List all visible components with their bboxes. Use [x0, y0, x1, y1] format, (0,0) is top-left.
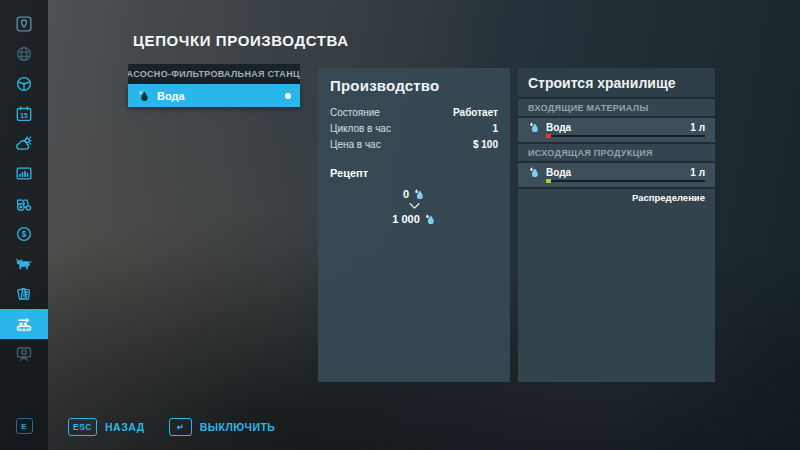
sidebar: 15 $ [0, 0, 48, 450]
sidebar-item-statistics[interactable] [0, 159, 48, 189]
key-hint-e: E [16, 418, 33, 434]
chevron-down-icon [408, 202, 421, 211]
svg-text:15: 15 [20, 112, 28, 119]
contracts-icon [14, 284, 34, 304]
incoming-row-water[interactable]: Вода 1 л [518, 118, 715, 142]
material-amount: 1 л [690, 122, 705, 133]
sidebar-item-contracts[interactable] [0, 279, 48, 309]
selected-dot [285, 93, 291, 99]
back-button[interactable]: ESC НАЗАД [68, 418, 145, 436]
stat-label: Цена в час [330, 139, 381, 150]
statistics-icon [14, 164, 34, 184]
recipe-output: 1 000 [392, 213, 436, 225]
power-off-label: ВЫКЛЮЧИТЬ [200, 421, 276, 433]
product-amount: 1 л [690, 167, 705, 178]
production-list: НАСОСНО-ФИЛЬТРОВАЛЬНАЯ СТАНЦ... Вода [128, 64, 300, 107]
stat-label: Состояние [330, 107, 380, 118]
sidebar-item-finances[interactable]: $ [0, 219, 48, 249]
incoming-materials-header: ВХОДЯЩИЕ МАТЕРИАЛЫ [518, 99, 715, 116]
stat-row-cost: Цена в час $ 100 [330, 139, 498, 150]
recipe-heading: Рецепт [330, 167, 498, 179]
fill-level-track [546, 135, 705, 137]
outgoing-row-water[interactable]: Вода 1 л [518, 163, 715, 187]
stat-row-state: Состояние Работает [330, 107, 498, 118]
fill-level-bar [546, 179, 705, 183]
production-list-group-header: НАСОСНО-ФИЛЬТРОВАЛЬНАЯ СТАНЦ... [128, 64, 300, 84]
sidebar-item-animals[interactable] [0, 249, 48, 279]
stat-value: $ 100 [473, 139, 498, 150]
fill-level-bar [546, 134, 705, 138]
globe-icon [14, 44, 34, 64]
sidebar-item-map[interactable] [0, 9, 48, 39]
sidebar-item-weather[interactable] [0, 129, 48, 159]
fill-level-value [546, 179, 551, 183]
page-title: ЦЕПОЧКИ ПРОИЗВОДСТВА [133, 32, 349, 49]
storage-panel-body: Распределение [518, 189, 715, 382]
stat-row-cycles: Циклов в час 1 [330, 123, 498, 134]
production-panel: Производство Состояние Работает Циклов в… [318, 68, 510, 382]
back-label: НАЗАД [105, 421, 145, 433]
svg-text:$: $ [22, 229, 27, 239]
power-off-button[interactable]: ↵ ВЫКЛЮЧИТЬ [169, 418, 276, 436]
sidebar-item-production-chains[interactable] [0, 309, 48, 339]
stat-value: 1 [492, 123, 498, 134]
footer-hints: ESC НАЗАД ↵ ВЫКЛЮЧИТЬ [68, 418, 275, 436]
water-drop-icon [424, 213, 436, 225]
sidebar-item-multiplayer[interactable] [0, 39, 48, 69]
recipe-flow: 0 1 000 [330, 188, 498, 225]
recipe-output-amount: 1 000 [392, 213, 420, 225]
calendar-icon: 15 [14, 104, 34, 124]
water-drop-icon [528, 121, 540, 133]
fill-level-value [546, 134, 551, 138]
fill-level-track [546, 180, 705, 182]
sidebar-item-vehicles[interactable] [0, 69, 48, 99]
product-name: Вода [546, 167, 684, 178]
animals-icon [14, 254, 34, 274]
storage-panel: Строится хранилище ВХОДЯЩИЕ МАТЕРИАЛЫ Во… [518, 68, 715, 382]
sidebar-item-garage[interactable] [0, 189, 48, 219]
weather-icon [14, 134, 34, 154]
esc-key-icon: ESC [68, 418, 97, 436]
stat-label: Циклов в час [330, 123, 391, 134]
storage-panel-title: Строится хранилище [518, 68, 715, 97]
distribution-link[interactable]: Распределение [528, 192, 705, 203]
outgoing-products-header: ИСХОДЯЩАЯ ПРОДУКЦИЯ [518, 144, 715, 161]
production-chains-icon [14, 314, 34, 334]
finances-icon: $ [14, 224, 34, 244]
water-drop-icon [528, 166, 540, 178]
tractor-icon [14, 194, 34, 214]
map-icon [14, 14, 34, 34]
production-list-item-water[interactable]: Вода [128, 84, 300, 107]
enter-key-icon: ↵ [169, 418, 192, 436]
recipe-input: 0 [403, 188, 425, 200]
steering-wheel-icon [14, 74, 34, 94]
material-name: Вода [546, 122, 684, 133]
production-panel-title: Производство [330, 77, 498, 94]
stat-value: Работает [453, 107, 498, 118]
water-drop-icon [413, 188, 425, 200]
tutorial-icon [14, 344, 34, 364]
water-drop-icon [137, 89, 150, 102]
sidebar-item-calendar[interactable]: 15 [0, 99, 48, 129]
list-item-label: Вода [157, 90, 278, 102]
recipe-input-amount: 0 [403, 188, 409, 200]
sidebar-item-tutorial[interactable] [0, 339, 48, 369]
